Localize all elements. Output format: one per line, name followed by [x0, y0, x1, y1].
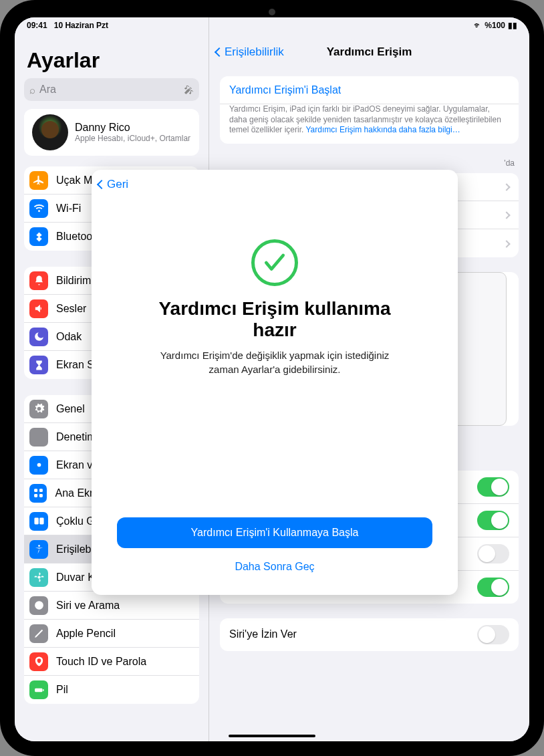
status-bar: 09:41 10 Haziran Pzt ᯤ %100 ▮▮ [15, 17, 529, 33]
assistive-access-ready-modal: Geri Yardımcı Erişim kullanıma hazır Yar… [92, 170, 458, 595]
moon-icon [29, 328, 48, 346]
chevron-left-icon [215, 47, 224, 57]
sidebar-item-touch[interactable]: Touch ID ve Parola [24, 648, 199, 676]
sidebar-item-label: Odak [56, 331, 82, 343]
sun-icon [29, 456, 48, 475]
sidebar-item-label: Touch ID ve Parola [56, 656, 146, 668]
sidebar-item-label: Wi-Fi [56, 203, 81, 215]
start-description: Yardımcı Erişim, iPad için farklı bir iP… [220, 104, 519, 144]
start-label: Yardımcı Erişim'i Başlat [229, 84, 341, 96]
grid-icon [29, 484, 47, 503]
svg-rect-4 [39, 494, 43, 497]
siri-group: Siri'ye İzin Ver [220, 618, 519, 651]
sidebar-item-label: Genel [56, 403, 85, 415]
svg-point-0 [37, 463, 41, 467]
gear-icon [29, 400, 48, 418]
detail-nav: Erişilebilirlik Yardımcı Erişim [209, 37, 529, 67]
sidebar-item-battery[interactable]: Pil [24, 676, 199, 704]
bell-icon [29, 271, 48, 290]
battery-icon [29, 680, 48, 699]
svg-rect-2 [39, 489, 43, 492]
search-input[interactable] [35, 84, 184, 96]
svg-rect-10 [35, 688, 42, 692]
svg-point-9 [35, 601, 43, 610]
checkmark-circle-icon [251, 239, 298, 286]
switch[interactable] [477, 477, 509, 497]
sidebar-item-pencil[interactable]: Apple Pencil [24, 620, 199, 648]
profile-card[interactable]: Danny Rico Apple Hesabı, iCloud+, Ortaml… [24, 109, 199, 156]
status-time: 09:41 [27, 21, 47, 30]
truncated-hint: 'da [209, 158, 529, 168]
modal-title: Yardımcı Erişim kullanıma hazır [145, 298, 404, 341]
modal-back-button[interactable]: Geri [98, 178, 128, 191]
svg-point-8 [37, 576, 40, 578]
svg-point-7 [38, 545, 40, 547]
modal-nav: Geri [92, 170, 458, 199]
toggle-row-siri[interactable]: Siri'ye İzin Ver [220, 618, 519, 651]
wifi-status-icon: ᯤ [474, 21, 482, 30]
mic-icon[interactable]: 🎤︎ [184, 84, 194, 96]
ipad-device-frame: 09:41 10 Haziran Pzt ᯤ %100 ▮▮ Ayarlar ⌕… [0, 0, 544, 756]
multi-icon [29, 512, 48, 531]
switch[interactable] [477, 544, 509, 563]
airplane-icon [29, 171, 48, 190]
chevron-left-icon [97, 180, 106, 189]
touch-icon [29, 652, 48, 671]
status-right: ᯤ %100 ▮▮ [474, 21, 517, 30]
status-left: 09:41 10 Haziran Pzt [27, 21, 108, 30]
svg-rect-3 [34, 494, 37, 497]
svg-rect-11 [43, 689, 43, 691]
wifi-icon [29, 199, 48, 218]
primary-button-label: Yardımcı Erişim'i Kullanmaya Başla [191, 527, 359, 539]
access-icon [29, 540, 48, 559]
later-button[interactable]: Daha Sonra Geç [117, 555, 432, 579]
profile-name: Danny Rico [75, 122, 190, 134]
home-indicator[interactable] [229, 735, 315, 737]
svg-rect-1 [34, 489, 37, 492]
switch[interactable] [477, 625, 509, 644]
modal-subtitle: Yardımcı Erişim'de değişiklik yapmak içi… [145, 349, 404, 376]
back-label: Erişilebilirlik [225, 45, 284, 59]
sliders-icon [29, 428, 48, 447]
flower-icon [29, 568, 48, 587]
learn-more-link[interactable]: Yardımcı Erişim hakkında daha fazla bilg… [305, 125, 460, 134]
sidebar-title: Ayarlar [15, 44, 209, 78]
start-using-button[interactable]: Yardımcı Erişim'i Kullanmaya Başla [117, 517, 432, 548]
bt-icon [29, 227, 48, 246]
avatar [32, 114, 68, 150]
sidebar-item-label: Sesler [56, 303, 86, 315]
sidebar-item-label: Apple Pencil [56, 628, 116, 640]
switch[interactable] [477, 578, 509, 597]
switch[interactable] [477, 511, 509, 530]
battery-icon: ▮▮ [508, 21, 517, 30]
toggle-label: Siri'ye İzin Ver [229, 628, 297, 640]
pencil-icon [29, 624, 48, 643]
screen: 09:41 10 Haziran Pzt ᯤ %100 ▮▮ Ayarlar ⌕… [15, 17, 529, 741]
speaker-icon [29, 299, 48, 318]
search-icon: ⌕ [29, 84, 35, 96]
hourglass-icon [29, 356, 48, 374]
svg-rect-5 [34, 518, 38, 525]
detail-title: Yardımcı Erişim [327, 45, 412, 59]
siri-icon [29, 596, 48, 615]
secondary-button-label: Daha Sonra Geç [235, 561, 314, 573]
modal-back-label: Geri [107, 178, 128, 191]
battery-percent: %100 [485, 21, 505, 30]
sidebar-item-label: Pil [56, 684, 68, 696]
svg-rect-6 [39, 518, 43, 525]
sidebar-item-siri[interactable]: Siri ve Arama [24, 592, 199, 620]
profile-sub: Apple Hesabı, iCloud+, Ortamlar [75, 134, 190, 143]
status-date: 10 Haziran Pzt [54, 21, 108, 30]
start-assistive-access[interactable]: Yardımcı Erişim'i Başlat [220, 76, 519, 104]
sidebar-item-label: Siri ve Arama [56, 600, 120, 612]
back-accessibility[interactable]: Erişilebilirlik [216, 45, 284, 59]
front-camera [269, 9, 275, 15]
search-field[interactable]: ⌕ 🎤︎ [24, 78, 199, 101]
